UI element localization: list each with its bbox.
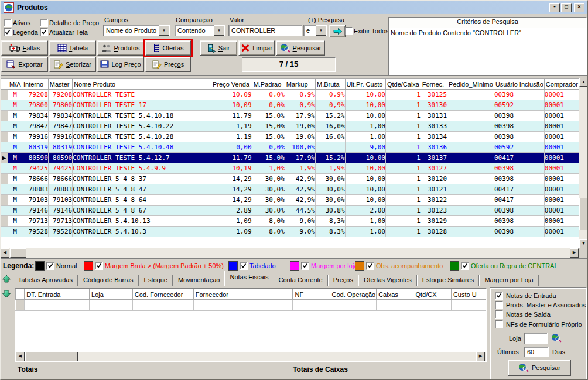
tabela-button[interactable]: Tabela (49, 40, 96, 56)
nfs-de-formul-rio-pr-prio-checkbox[interactable] (495, 320, 503, 328)
notas-de-sa-da-checkbox[interactable] (495, 310, 503, 319)
table-row[interactable]: M7910379103CONTROLLER 5 4 8 6414,2930,0%… (1, 195, 579, 206)
tab-tabelas-aprovadas[interactable]: Tabelas Aprovadas (13, 275, 78, 286)
chevron-down-icon[interactable]: ▼ (214, 25, 224, 36)
scroll-down-icon[interactable]: ▼ (579, 239, 588, 248)
table-row[interactable]: M7984779847CONTROLLER TESTE 5.4.10.221,1… (1, 121, 579, 132)
tab-notas-fiscais[interactable]: Notas Fiscais (224, 271, 274, 286)
table-row[interactable]: M7920879208CONTROLLER TESTE10,090,0%0,9%… (1, 90, 579, 100)
scroll-right-icon[interactable]: ▶ (570, 248, 579, 258)
notas-column-header[interactable]: Qtd/CX (413, 289, 451, 300)
legend-checkbox[interactable] (366, 262, 374, 270)
precos-button[interactable]: Preços (145, 57, 191, 72)
tab-pre-os[interactable]: Preços (328, 275, 358, 286)
table-row[interactable]: ▶M8059080590CONTROLLER TESTE 5.4.12.711,… (1, 153, 579, 163)
minimize-button[interactable]: - (549, 3, 560, 12)
arrow-down-3d-icon[interactable] (2, 290, 11, 298)
column-header[interactable]: Interno (22, 79, 48, 90)
column-header[interactable]: Qtde/Caixa (385, 79, 421, 90)
ativos-checkbox[interactable] (4, 19, 12, 27)
scroll-up-icon[interactable]: ▲ (579, 78, 588, 87)
notas-column-header[interactable]: Cod. Fornecedor (132, 289, 193, 300)
vscroll-thumb[interactable] (579, 198, 588, 230)
notas-column-header[interactable]: Custo U (451, 289, 486, 300)
tab-ofertas-vigentes[interactable]: Ofertas Vigentes (358, 275, 417, 286)
maximize-button[interactable]: □ (561, 3, 572, 12)
chevron-down-icon[interactable]: ▼ (159, 25, 169, 36)
scroll-left-icon[interactable]: ◀ (16, 352, 25, 361)
legend-checkbox[interactable] (95, 262, 103, 270)
atualizar-tela-checkbox[interactable] (40, 28, 48, 36)
table-row[interactable]: M7983479834CONTROLLER TESTE 5.4.10.1811,… (1, 111, 579, 121)
tab-movimenta-o[interactable]: Movimentação (173, 275, 225, 286)
column-header[interactable]: Preço Venda (211, 79, 252, 90)
ofertas-button[interactable]: Ofertas (145, 40, 191, 56)
column-header[interactable]: Ult.Pr. Custo (345, 79, 385, 90)
comparacao-select[interactable]: Contendo ▼ (175, 25, 225, 36)
table-row[interactable]: M7991679916CONTROLLER TESTE 5.4.10.281,1… (1, 132, 579, 142)
column-header[interactable]: Markup (285, 79, 315, 90)
scroll-left-icon[interactable]: ◀ (1, 248, 9, 258)
tab-conta-corrente[interactable]: Conta Corrente (274, 275, 328, 286)
exportar-button[interactable]: Exportar (1, 57, 48, 72)
legend-checkbox[interactable] (301, 262, 309, 270)
legend-checkbox[interactable] (240, 262, 248, 270)
tab-estoque[interactable]: Estoque (139, 275, 173, 286)
chevron-down-icon[interactable]: ▼ (316, 25, 326, 36)
prods-master-e-associados-checkbox[interactable] (495, 301, 503, 309)
ultimos-dias-input[interactable] (524, 347, 549, 357)
campos-select[interactable]: Nome do Produto ▼ (103, 25, 170, 36)
go-arrow-button[interactable] (329, 25, 346, 37)
table-row[interactable]: M7914679146CONTROLLER 5 4 8 672,8930,0%4… (1, 206, 579, 216)
legend-checkbox[interactable] (46, 262, 54, 270)
scroll-right-icon[interactable]: ▶ (476, 352, 485, 361)
column-header[interactable]: M/A (8, 79, 22, 90)
table-row[interactable]: M7980079800CONTROLLER TESTE 1710,090,0%0… (1, 100, 579, 111)
detalhe-preco-checkbox[interactable] (40, 19, 48, 27)
loja-input[interactable] (524, 333, 548, 344)
hscroll-thumb[interactable] (10, 248, 26, 258)
pesquisar-button[interactable]: Pesquisar (276, 40, 325, 56)
table-row[interactable]: M7971379713CONTROLLER 5.4.10.131,098,0%9… (1, 216, 579, 227)
notas-column-header[interactable]: Loja (90, 289, 133, 300)
arrow-up-3d-icon[interactable] (2, 275, 11, 283)
column-header[interactable]: Comprador (544, 79, 579, 90)
exibir-todos-checkbox[interactable] (344, 27, 353, 35)
table-row[interactable]: M7866678666CONTROLLER 5 4 8 3714,2930,0%… (1, 174, 579, 184)
tab-c-digo-de-barras[interactable]: Código de Barras (78, 275, 139, 286)
valor-input[interactable] (228, 25, 302, 36)
notas-hscrollbar[interactable]: ◀ ▶ (16, 352, 486, 361)
notas-de-entrada-checkbox[interactable] (495, 292, 503, 300)
column-header[interactable]: Fornec. (421, 79, 447, 90)
notas-column-header[interactable]: DT. Entrada (25, 289, 90, 300)
column-header[interactable]: Master (48, 79, 72, 90)
legend-checkbox[interactable] (461, 262, 469, 270)
mais-pesquisa-select[interactable]: e ▼ (303, 25, 327, 36)
column-header[interactable]: M.Bruta (315, 79, 345, 90)
table-row[interactable]: M8031980319CONTROLLER TESTE 5.4.10.480,0… (1, 142, 579, 153)
table-row[interactable]: M7952879528CONTROLLER 5.4.10.31,098,0%9,… (1, 227, 579, 237)
limpar-button[interactable]: Limpar (238, 40, 275, 56)
grid-hscrollbar[interactable]: ◀ ▶ (0, 248, 579, 258)
globe-search-icon[interactable] (551, 333, 562, 343)
column-header[interactable]: M.Padrao (252, 79, 285, 90)
table-row[interactable]: M7888378883CONTROLLER 5 4 8 4714,2930,0%… (1, 184, 579, 195)
tab-estoque-similares[interactable]: Estoque Similares (417, 275, 480, 286)
tab-margem-por-loja[interactable]: Margem por Loja (479, 275, 538, 286)
notas-column-header[interactable]: NF (293, 289, 330, 300)
sair-button[interactable]: Sair (200, 40, 237, 56)
notas-column-header[interactable]: Cod. Operação (330, 289, 377, 300)
table-row[interactable]: M7942579425CONTROLLER TESTE 5.4.9.910,19… (1, 163, 579, 174)
grid-vscrollbar[interactable]: ▲ ▼ (579, 78, 588, 248)
faltas-button[interactable]: Faltas (1, 40, 48, 56)
table-row[interactable] (16, 300, 486, 311)
notas-pesquisar-button[interactable]: Pesquisar (508, 360, 571, 376)
column-header[interactable]: Pedido_Minimo (447, 79, 494, 90)
notas-hscroll-thumb[interactable] (25, 352, 78, 361)
legenda-checkbox[interactable] (4, 28, 12, 36)
log-preco-button[interactable]: Log Preço (97, 57, 144, 72)
column-header[interactable]: Nome Produto (73, 79, 211, 90)
close-button[interactable]: × (574, 3, 584, 12)
setorizar-button[interactable]: Setorizar (49, 57, 96, 72)
notas-column-header[interactable]: Caixas (377, 289, 413, 300)
